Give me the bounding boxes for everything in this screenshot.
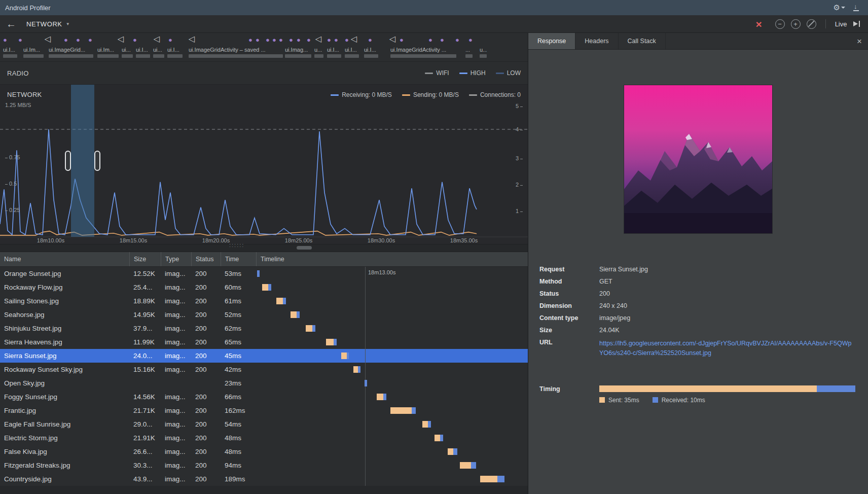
table-row[interactable]: Electric Storm.jpg21.91Kimag...20048ms <box>0 431 528 445</box>
stage-selector-dropdown[interactable]: NETWORK ▼ <box>26 20 70 28</box>
close-details-icon[interactable]: × <box>857 37 862 46</box>
end-session-icon[interactable]: × <box>755 19 762 29</box>
activity-item[interactable]: ui... <box>122 47 133 58</box>
activity-bar <box>23 54 44 58</box>
activity-item[interactable]: ui.ImageGridActivity – saved ... <box>189 47 283 58</box>
legend-item: HIGH <box>459 69 486 77</box>
table-row[interactable]: Foggy Sunset.jpg14.56Kimag...20066ms <box>0 390 528 404</box>
cell-time: 65ms <box>221 338 256 346</box>
touch-event-dot-icon: ● <box>3 36 7 45</box>
column-header-status[interactable]: Status <box>191 252 221 266</box>
cell-timeline <box>256 404 528 417</box>
back-arrow-button[interactable]: ← <box>6 19 16 29</box>
activity-item[interactable]: ui.Im... <box>97 47 119 58</box>
activity-item[interactable]: ui.Imag... <box>285 47 311 58</box>
activity-bar <box>3 54 17 58</box>
received-bar-segment <box>365 380 367 386</box>
activity-item[interactable]: ... <box>465 47 473 58</box>
legend-label: LOW <box>507 69 521 77</box>
time-axis-label: 18m20.00s <box>202 237 230 243</box>
cell-time: 48ms <box>221 448 256 455</box>
table-row[interactable]: Sierra Heavens.jpg11.99Kimag...20065ms <box>0 335 528 349</box>
received-bar-segment <box>347 352 349 359</box>
timing-legend-item: Sent: 35ms <box>599 397 639 404</box>
cell-name: Rockaway Flow.jpg <box>0 284 129 291</box>
selection-region[interactable] <box>71 85 94 237</box>
sent-bar-segment <box>448 448 453 455</box>
settings-gear-icon[interactable]: ⚙ <box>834 3 845 12</box>
cell-status: 200 <box>191 475 221 483</box>
column-header-name[interactable]: Name <box>0 252 129 266</box>
column-header-size[interactable]: Size <box>129 252 161 266</box>
activity-item[interactable]: u... <box>480 47 487 58</box>
activity-item[interactable]: ui.I... <box>3 47 17 58</box>
timing-section: Timing Sent: 35msReceived: 10ms <box>539 385 868 404</box>
activity-item[interactable]: ui.I... <box>327 47 341 58</box>
reset-zoom-button[interactable] <box>807 19 816 29</box>
cell-time: 62ms <box>221 325 256 332</box>
activity-item[interactable]: u... <box>314 47 323 58</box>
live-button[interactable]: Live <box>835 20 847 28</box>
column-header-type[interactable]: Type <box>161 252 191 266</box>
received-bar-segment <box>297 311 300 318</box>
table-row[interactable]: False Kiva.jpg26.6...imag...20048ms <box>0 445 528 458</box>
selection-handle-left[interactable] <box>65 151 70 170</box>
event-timeline-strip[interactable]: ●●◁●●●◁●◁●◁●●●●●●●●◁●●●◁●◁●●●●● ui.I...u… <box>0 33 528 62</box>
cell-status: 200 <box>191 407 221 414</box>
table-row[interactable]: Shinjuku Street.jpg37.9...imag...20062ms <box>0 322 528 335</box>
table-row[interactable]: Orange Sunset.jpg12.52Kimag...20053ms18m… <box>0 267 528 280</box>
radio-legend: WIFIHIGHLOW <box>425 69 521 77</box>
network-chart-canvas[interactable] <box>0 85 528 237</box>
table-row[interactable]: Sailing Stones.jpg18.89Kimag...20061ms <box>0 294 528 308</box>
activity-item[interactable]: ui.I... <box>345 47 359 58</box>
url-link[interactable]: https://lh5.googleusercontent.com/-dJgje… <box>599 339 855 358</box>
table-row[interactable]: Fitzgerald Streaks.jpg30.3...imag...2009… <box>0 458 528 472</box>
cell-name: Orange Sunset.jpg <box>0 270 129 277</box>
cell-timeline <box>256 363 528 376</box>
timing-legend-item: Received: 10ms <box>653 397 705 404</box>
tab-response[interactable]: Response <box>528 33 575 49</box>
cell-time: 54ms <box>221 420 256 428</box>
activity-item[interactable]: ui.ImageGrid... <box>49 47 93 58</box>
activity-item[interactable]: ui.I... <box>364 47 378 58</box>
selection-handle-right[interactable] <box>95 151 100 170</box>
column-header-timeline[interactable]: Timeline <box>256 252 528 266</box>
touch-event-dot-icon: ● <box>455 36 459 45</box>
activity-item[interactable]: ui.ImageGridActivity ... <box>390 47 456 58</box>
android-profiler-window: Android Profiler ⚙ ← NETWORK ▼ × − + Liv… <box>0 0 868 494</box>
cell-timeline: 18m13.00s <box>256 267 528 280</box>
table-row[interactable]: Open Sky.jpg23ms <box>0 376 528 390</box>
touch-event-dot-icon: ● <box>133 36 137 45</box>
table-row[interactable]: Sierra Sunset.jpg24.0...imag...20045ms <box>0 349 528 363</box>
activity-item[interactable]: ui.I... <box>167 47 183 58</box>
table-row[interactable]: Frantic.jpg21.71Kimag...200162ms <box>0 404 528 417</box>
table-row[interactable]: Countryside.jpg43.9...imag...200189ms <box>0 472 528 486</box>
skip-to-live-icon[interactable] <box>853 21 860 27</box>
scrollbar-handle[interactable] <box>297 246 312 250</box>
activity-item[interactable]: ui... <box>153 47 164 58</box>
network-chart[interactable]: NETWORK Receiving: 0 MB/SSending: 0 MB/S… <box>0 85 528 244</box>
zoom-out-button[interactable]: − <box>775 19 785 29</box>
table-row[interactable]: Rockaway Flow.jpg25.4...imag...20060ms <box>0 280 528 294</box>
activity-labels: ui.I...ui.Im...ui.ImageGrid...ui.Im...ui… <box>0 47 528 61</box>
activity-item[interactable]: ui.Im... <box>23 47 44 58</box>
activity-bar <box>285 54 311 58</box>
touch-event-dot-icon: ● <box>440 36 444 45</box>
tab-call-stack[interactable]: Call Stack <box>619 33 666 49</box>
horizontal-scrollbar[interactable]: :::::: <box>0 244 528 252</box>
zoom-in-button[interactable]: + <box>791 19 801 29</box>
touch-event-dot-icon: ● <box>256 36 260 45</box>
column-header-time[interactable]: Time <box>221 252 256 266</box>
activity-event-triangle-icon: ◁ <box>118 34 124 44</box>
tab-headers[interactable]: Headers <box>575 33 618 49</box>
cell-size: 14.95K <box>129 311 161 319</box>
touch-event-dot-icon: ● <box>248 36 252 45</box>
table-row[interactable]: Seahorse.jpg14.95Kimag...20052ms <box>0 308 528 322</box>
activity-item[interactable]: ui.I... <box>136 47 150 58</box>
timing-legend: Sent: 35msReceived: 10ms <box>599 397 855 404</box>
cell-status: 200 <box>191 270 221 277</box>
request-timing-bar <box>377 394 386 400</box>
table-row[interactable]: Rockaway Sunset Sky.jpg15.16Kimag...2004… <box>0 363 528 376</box>
table-row[interactable]: Eagle Fall Sunrise.jpg29.0...imag...2005… <box>0 417 528 431</box>
download-icon[interactable] <box>853 5 859 11</box>
